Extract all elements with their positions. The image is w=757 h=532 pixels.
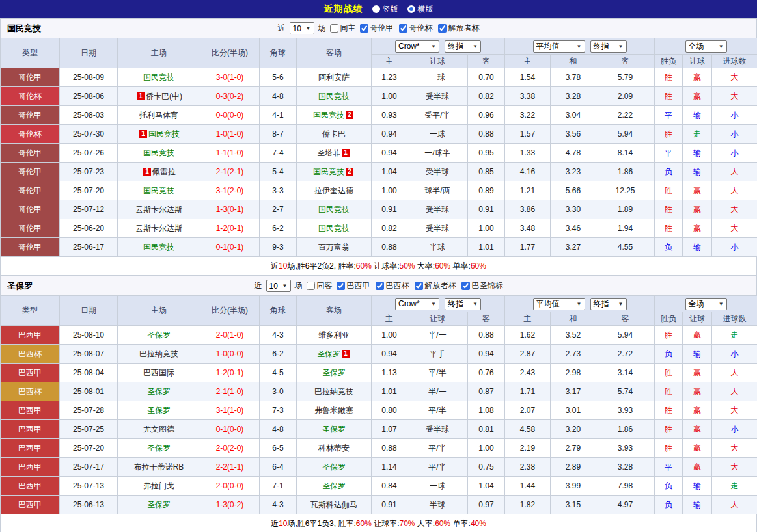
- team-link[interactable]: 圣保罗: [147, 500, 171, 509]
- team-link[interactable]: 国民竞技: [318, 224, 350, 233]
- bookmaker-select[interactable]: Crow*▼: [395, 40, 439, 53]
- away-team-cell: 国民竞技: [297, 87, 372, 106]
- team-link[interactable]: 国民竞技: [318, 92, 350, 101]
- handicap-result-cell: 输: [683, 477, 712, 496]
- team-link[interactable]: 弗鲁米嫩塞: [314, 406, 353, 415]
- chevron-down-icon: ▼: [719, 301, 724, 307]
- team-link[interactable]: 巴拉纳竞技: [139, 349, 178, 358]
- checkbox[interactable]: [330, 24, 338, 33]
- team-link[interactable]: 托利马体育: [139, 111, 178, 120]
- team-link[interactable]: 云斯卡尔达斯: [135, 224, 182, 233]
- checkbox[interactable]: [360, 24, 368, 33]
- league-filter-checkbox[interactable]: 解放者杯: [415, 280, 456, 291]
- avg-lose-odds-cell: 4.97: [596, 496, 655, 514]
- team-link[interactable]: 科林蒂安: [318, 444, 350, 453]
- team-link[interactable]: 圣保罗: [147, 406, 171, 415]
- team-link[interactable]: 圣保罗: [322, 462, 346, 472]
- result-cell: 胜: [655, 439, 683, 458]
- away-team-cell: 国民竞技: [297, 219, 372, 238]
- team-link[interactable]: 侨卡巴(中): [146, 92, 182, 101]
- checkbox[interactable]: [337, 282, 345, 290]
- team-link[interactable]: 圣保罗: [322, 368, 346, 377]
- team-link[interactable]: 国民竞技: [143, 186, 174, 195]
- corners-cell: 7-4: [260, 144, 297, 163]
- checkbox[interactable]: [461, 282, 470, 290]
- team-link[interactable]: 国民竞技: [318, 205, 350, 214]
- avg-time-select[interactable]: 终指▼: [590, 40, 627, 53]
- match-count-select[interactable]: 10▼: [290, 22, 314, 34]
- league-filter-checkbox[interactable]: 巴西甲: [337, 280, 370, 291]
- league-filter-checkbox[interactable]: 巴圣锦标: [461, 280, 503, 291]
- league-filter-checkbox[interactable]: 解放者杯: [438, 23, 480, 34]
- team-link[interactable]: 圣塔菲: [317, 148, 340, 157]
- layout-horizontal-radio[interactable]: 横版: [407, 4, 434, 15]
- team-link[interactable]: 阿利安萨: [318, 73, 350, 82]
- odds-time-select[interactable]: 终指▼: [445, 298, 481, 310]
- team-link[interactable]: 圣保罗: [322, 481, 346, 490]
- avg-win-odds-cell: 1.57: [505, 125, 551, 144]
- handicap-result-cell: 赢: [683, 364, 712, 382]
- score-cell: 3-0(1-0): [200, 68, 260, 87]
- team-link[interactable]: 圣保罗: [317, 349, 340, 358]
- team-link[interactable]: 云斯卡尔达斯: [135, 205, 182, 214]
- odds-time-select[interactable]: 终指▼: [445, 40, 481, 53]
- team-link[interactable]: 国民竞技: [313, 111, 344, 120]
- same-venue-checkbox[interactable]: 同客: [307, 280, 333, 291]
- league-filter-checkbox[interactable]: 巴西杯: [376, 280, 409, 291]
- matches-table: 类型 日期 主场 比分(半场) 角球 客场 Crow*▼ 终指▼ 平均值▼ 终指…: [0, 38, 757, 257]
- handicap-away-odds-cell: 0.85: [468, 163, 505, 181]
- avg-time-select[interactable]: 终指▼: [590, 298, 627, 310]
- team-link[interactable]: 维多利亚: [318, 330, 350, 339]
- league-cell: 巴西甲: [1, 326, 60, 345]
- checkbox[interactable]: [438, 24, 447, 33]
- near-label: 近: [278, 23, 286, 34]
- team-link[interactable]: 国民竞技: [143, 148, 174, 157]
- checkbox[interactable]: [399, 24, 407, 33]
- same-venue-checkbox[interactable]: 同主: [330, 23, 356, 34]
- scope-select[interactable]: 全场▼: [685, 40, 727, 53]
- stats-text: 70%: [399, 519, 415, 528]
- result-cell: 胜: [655, 382, 683, 401]
- average-select[interactable]: 平均值▼: [533, 40, 585, 53]
- avg-win-odds-cell: 2.43: [505, 364, 551, 382]
- match-count-select[interactable]: 10▼: [266, 280, 291, 292]
- team-link[interactable]: 巴西国际: [143, 368, 174, 377]
- team-link[interactable]: 佩雷拉: [152, 167, 176, 176]
- bookmaker-select[interactable]: Crow*▼: [395, 298, 439, 310]
- team-link[interactable]: 国民竞技: [148, 129, 180, 139]
- team-link[interactable]: 百万富翁: [318, 243, 350, 252]
- page-title: 近期战绩: [324, 3, 363, 15]
- league-filter-checkbox[interactable]: 哥伦甲: [360, 23, 394, 34]
- home-team-cell: 圣保罗: [118, 326, 200, 345]
- checkbox[interactable]: [376, 282, 384, 290]
- team-link[interactable]: 圣保罗: [147, 387, 171, 396]
- team-link[interactable]: 侨卡巴: [322, 129, 346, 139]
- team-link[interactable]: 国民竞技: [143, 243, 174, 252]
- league-cell: 哥伦甲: [1, 144, 60, 163]
- layout-vertical-radio[interactable]: 竖版: [372, 4, 398, 15]
- average-select[interactable]: 平均值▼: [533, 298, 585, 310]
- subcol-result: 胜负: [655, 55, 683, 68]
- checkbox[interactable]: [307, 282, 315, 290]
- team-link[interactable]: 弗拉门戈: [143, 481, 174, 490]
- league-filter-checkbox[interactable]: 哥伦杯: [399, 23, 433, 34]
- handicap-home-odds-cell: 1.14: [372, 458, 407, 477]
- checkbox[interactable]: [415, 282, 423, 290]
- team-link[interactable]: 尤文图德: [143, 425, 174, 434]
- handicap-away-odds-cell: 0.88: [468, 326, 505, 345]
- away-team-cell: 百万富翁: [297, 238, 372, 257]
- team-link[interactable]: 国民竞技: [143, 73, 174, 82]
- home-team-cell: 巴拉纳竞技: [118, 345, 200, 364]
- europe-odds-group: 平均值▼ 终指▼: [505, 296, 655, 312]
- team-link[interactable]: 拉伊奎达德: [314, 186, 353, 195]
- team-link[interactable]: 圣保罗: [322, 425, 346, 434]
- team-link[interactable]: 圣保罗: [147, 444, 171, 453]
- chevron-down-icon: ▼: [577, 44, 582, 49]
- team-link[interactable]: 圣保罗: [147, 330, 171, 339]
- corners-cell: 7-1: [260, 477, 297, 496]
- scope-select[interactable]: 全场▼: [685, 298, 727, 310]
- team-link[interactable]: 瓦斯科达伽马: [310, 500, 357, 509]
- team-link[interactable]: 国民竞技: [313, 167, 344, 176]
- team-link[interactable]: 布拉干蒂诺RB: [134, 462, 184, 472]
- team-link[interactable]: 巴拉纳竞技: [314, 387, 353, 396]
